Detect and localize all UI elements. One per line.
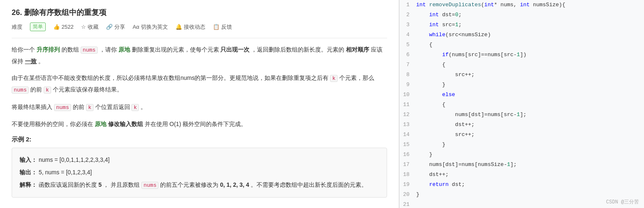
divider (12, 38, 387, 38)
explain-line: 解释： 函数应该返回新的长度 5 ， 并且原数组 nums 的前五个元素被修改为… (20, 179, 379, 191)
line-content: int removeDuplicates(int* nums, int nums… (416, 0, 644, 10)
line-number: 5 (400, 40, 416, 50)
line-number: 7 (400, 60, 416, 69)
code-line: 2 int dst=0; (400, 10, 644, 20)
input-val: nums = [0,0,1,1,1,2,2,3,3,4] (39, 156, 110, 163)
code-line: 12 nums[dst]=nums[src-1]; (400, 110, 644, 120)
explain-label: 解释： (20, 181, 37, 188)
description-block-4: 不要使用额外的空间，你必须在 原地 修改输入数组 并在使用 O(1) 额外空间的… (12, 119, 387, 130)
line-number: 17 (400, 160, 416, 169)
code-line: 11 { (400, 100, 644, 110)
code-line: 9 } (400, 80, 644, 90)
code-panel: 1int removeDuplicates(int* nums, int num… (399, 0, 644, 208)
code-line: 1int removeDuplicates(int* nums, int num… (400, 0, 644, 10)
code-line: 13 dst++; (400, 120, 644, 130)
code-line: 17 nums[dst]=nums[numsSize-1]; (400, 160, 644, 170)
line-content: } (416, 140, 644, 149)
desc-para-1: 给你一个 升序排列 的数组 nums ，请你 原地 删除重复出现的元素，使每个元… (12, 44, 387, 67)
line-number: 6 (400, 50, 416, 59)
explain-vals: 0, 1, 2, 3, 4 (220, 181, 249, 188)
line-content: nums[dst]=nums[numsSize-1]; (416, 160, 644, 169)
line-content: src++; (416, 130, 644, 139)
bell-icon: 🔔 (175, 24, 182, 30)
output-val: 5, nums = [0,1,2,3,4] (39, 169, 92, 176)
code-line: 10 else (400, 90, 644, 100)
line-content: int dst=0; (416, 10, 644, 20)
collect-button[interactable]: ☆ 收藏 (81, 23, 99, 31)
line-content: while(src<numsSize) (416, 30, 644, 40)
star-icon: ☆ (81, 24, 86, 30)
code-line: 8 src++; (400, 70, 644, 80)
feedback-label: 反馈 (221, 23, 232, 31)
output-label: 输出： (20, 169, 37, 176)
code-line: 14 src++; (400, 130, 644, 140)
code-k4: k (131, 104, 139, 111)
keyword-inplace2: 原地 (95, 121, 106, 127)
line-content: } (416, 190, 644, 199)
keyword-consistent: 一致 (25, 58, 37, 64)
line-number: 15 (400, 140, 416, 149)
share-icon: 🔗 (106, 24, 113, 30)
line-number: 18 (400, 170, 416, 179)
subscribe-button[interactable]: 🔔 接收动态 (175, 23, 205, 31)
line-content: { (416, 40, 644, 50)
keyword-ascending: 升序排列 (37, 46, 60, 53)
problem-title: 26. 删除有序数组中的重复项 (12, 7, 387, 17)
line-number: 12 (400, 110, 416, 119)
code-line: 7 { (400, 60, 644, 70)
code-nums2: nums (12, 87, 29, 94)
line-number: 14 (400, 130, 416, 139)
line-number: 16 (400, 150, 416, 159)
code-line: 15 } (400, 140, 644, 150)
subscribe-label: 接收动态 (184, 23, 205, 31)
feedback-icon: 📋 (213, 24, 220, 30)
code-line: 4 while(src<numsSize) (400, 30, 644, 40)
desc-para-4: 不要使用额外的空间，你必须在 原地 修改输入数组 并在使用 O(1) 额外空间的… (12, 119, 387, 130)
desc-para-2: 由于在某些语言中不能改变数组的长度，所以必须将结果放在数组nums的第一部分。更… (12, 72, 387, 95)
code-k3: k (86, 104, 94, 111)
input-label: 输入： (20, 156, 37, 163)
code-k2: k (44, 87, 51, 94)
translate-icon: Aα (133, 24, 139, 30)
line-number: 4 (400, 30, 416, 40)
line-content: int src=1; (416, 20, 644, 30)
line-number: 2 (400, 10, 416, 20)
description-block-1: 给你一个 升序排列 的数组 nums ，请你 原地 删除重复出现的元素，使每个元… (12, 44, 387, 67)
line-content: src++; (416, 70, 644, 79)
code-line: 5 { (400, 40, 644, 50)
line-content: dst++; (416, 120, 644, 129)
explain-nums: nums (141, 182, 158, 189)
explain-val: 函数应该返回新的长度 5 ， 并且原数组 nums 的前五个元素被修改为 0, … (39, 181, 367, 188)
line-content: else (416, 90, 644, 99)
feedback-button[interactable]: 📋 反馈 (213, 23, 232, 31)
watermark: CSDN @三分苦 (606, 198, 639, 206)
difficulty-label: 难度 (12, 23, 22, 31)
keyword-once: 只出现一次 (220, 46, 249, 53)
line-content: { (416, 100, 644, 109)
line-number: 13 (400, 120, 416, 129)
code-k1: k (330, 75, 338, 82)
description-block-3: 将最终结果插入 nums 的前 k 个位置后返回 k 。 (12, 102, 387, 113)
share-button[interactable]: 🔗 分享 (106, 23, 125, 31)
thumbs-up-icon: 👍 (53, 24, 60, 30)
code-nums3: nums (54, 104, 71, 111)
code-line: 3 int src=1; (400, 20, 644, 30)
likes-count: 2522 (62, 24, 74, 30)
line-content: nums[dst]=nums[src-1]; (416, 110, 644, 119)
input-line: 输入： nums = [0,0,1,1,1,2,2,3,3,4] (20, 154, 379, 166)
collect-label: 收藏 (88, 23, 99, 31)
example-title: 示例 2: (12, 136, 387, 144)
output-line: 输出： 5, nums = [0,1,2,3,4] (20, 166, 379, 178)
switch-lang-label: 切换为英文 (141, 23, 168, 31)
explain-num: 5 (99, 181, 102, 188)
share-label: 分享 (114, 23, 125, 31)
keyword-order: 相对顺序 (346, 46, 369, 53)
line-content: } (416, 80, 644, 89)
likes-button[interactable]: 👍 2522 (53, 24, 74, 30)
code-line: 6 if(nums[src]==nums[src-1]) (400, 50, 644, 60)
line-number: 21 (400, 200, 416, 208)
code-line: 16 } (400, 150, 644, 160)
line-number: 19 (400, 180, 416, 189)
line-number: 1 (400, 0, 416, 10)
switch-lang-button[interactable]: Aα 切换为英文 (133, 23, 168, 31)
